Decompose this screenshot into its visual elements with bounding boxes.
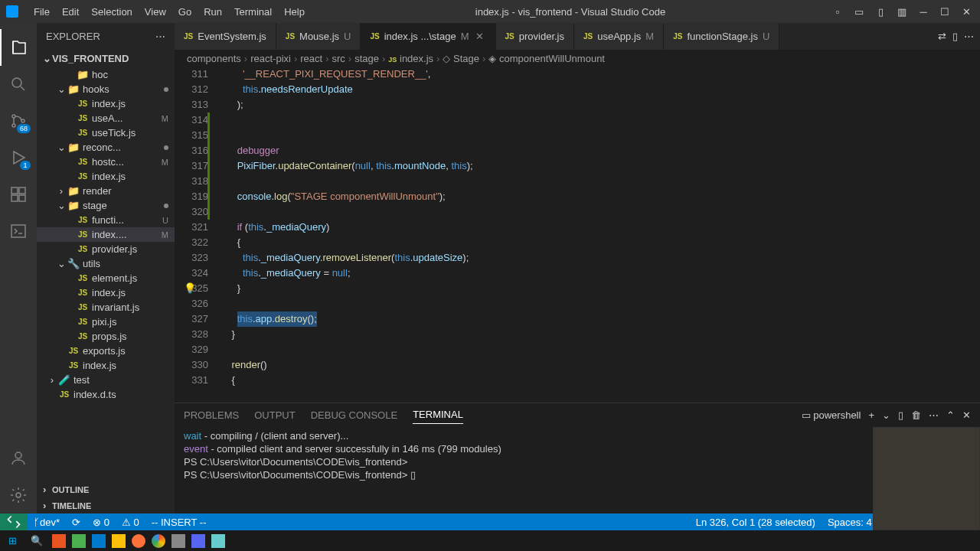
menu-go[interactable]: Go — [172, 3, 198, 21]
menu-view[interactable]: View — [139, 3, 172, 21]
taskbar-app-icon[interactable] — [211, 534, 225, 548]
remote-indicator[interactable] — [0, 514, 28, 530]
taskbar-explorer-icon[interactable] — [112, 534, 126, 548]
taskbar-app-icon[interactable] — [191, 534, 205, 548]
tree-file[interactable]: JSuseA...M — [37, 111, 175, 126]
tree-folder[interactable]: ⌄📁hooks — [37, 82, 175, 96]
git-sync[interactable]: ⟳ — [66, 514, 87, 530]
tree-file[interactable]: JSprovider.js — [37, 242, 175, 256]
split-icon[interactable]: ▯ — [952, 31, 958, 42]
tree-file[interactable]: JSindex.js — [37, 358, 175, 373]
menu-selection[interactable]: Selection — [85, 3, 138, 21]
panel-tab-output[interactable]: OUTPUT — [254, 406, 295, 424]
maximize-button[interactable]: ☐ — [937, 4, 952, 19]
settings-gear-icon[interactable] — [0, 477, 37, 514]
tree-file[interactable]: JSuseTick.js — [37, 126, 175, 140]
tree-file[interactable]: JSindex....M — [37, 227, 175, 242]
breadcrumb[interactable]: components›react-pixi›react›src›stage›JS… — [175, 50, 980, 67]
new-terminal-icon[interactable]: + — [868, 409, 874, 421]
git-branch[interactable]: ᚶ dev* — [28, 514, 66, 530]
editor-tab[interactable]: JSuseApp.jsM — [574, 23, 664, 50]
editor-tab[interactable]: JSindex.js ...\stageM✕ — [361, 23, 495, 50]
terminal-panel-icon[interactable] — [0, 213, 37, 249]
tree-folder[interactable]: 📁hoc — [37, 67, 175, 82]
taskbar-chrome-icon[interactable] — [152, 534, 165, 548]
run-debug-icon[interactable]: 1 — [0, 139, 37, 176]
panel-tab-terminal[interactable]: TERMINAL — [413, 406, 463, 424]
kill-terminal-icon[interactable]: 🗑 — [911, 409, 921, 421]
layout-customize-icon[interactable]: ▥ — [894, 4, 910, 19]
panel-tab-problems[interactable]: PROBLEMS — [184, 406, 239, 424]
menu-run[interactable]: Run — [198, 3, 228, 21]
menu-terminal[interactable]: Terminal — [228, 3, 278, 21]
svg-rect-6 — [11, 195, 18, 201]
tree-file[interactable]: JSexports.js — [37, 344, 175, 358]
tree-file[interactable]: JSelement.js — [37, 271, 175, 285]
tree-folder[interactable]: ›🧪test — [37, 373, 175, 387]
layout-panel-icon[interactable]: ▭ — [851, 4, 867, 19]
tree-file[interactable]: JSpixi.js — [37, 315, 175, 329]
errors-count[interactable]: ⊗ 0 — [87, 514, 116, 530]
tree-file[interactable]: JSfuncti...U — [37, 213, 175, 227]
shell-select[interactable]: ▭ powershell — [802, 409, 861, 421]
editor-tab[interactable]: JSEventSystem.js — [175, 23, 276, 50]
taskbar-app-icon[interactable] — [72, 534, 86, 548]
close-panel-icon[interactable]: ✕ — [962, 409, 971, 421]
more-terminal-icon[interactable]: ⋯ — [929, 409, 939, 421]
svg-point-2 — [12, 124, 15, 127]
menu-edit[interactable]: Edit — [56, 3, 85, 21]
layout-icon[interactable]: ▫ — [830, 4, 845, 19]
section-timeline[interactable]: ›TIMELINE — [37, 497, 175, 514]
tree-file[interactable]: JSindex.d.ts — [37, 387, 175, 402]
file-tree: 📁hoc⌄📁hooksJSindex.jsJSuseA...MJSuseTick… — [37, 67, 175, 481]
accounts-icon[interactable] — [0, 440, 37, 477]
tree-file[interactable]: JSinvariant.js — [37, 300, 175, 315]
terminal-content[interactable]: wait - compiling / (client and server)..… — [175, 426, 980, 514]
more-actions-icon[interactable]: ⋯ — [964, 31, 974, 42]
editor-tab[interactable]: JSfunctionStage.jsU — [664, 23, 779, 50]
tree-file[interactable]: JSindex.js — [37, 285, 175, 300]
webcam-overlay — [873, 427, 980, 530]
tree-file[interactable]: JSindex.js — [37, 169, 175, 184]
indent-spaces[interactable]: Spaces: 4 — [822, 517, 878, 528]
code-editor[interactable]: 3113123133143153163173183193203213223233… — [175, 67, 980, 403]
panel-tab-debug-console[interactable]: DEBUG CONSOLE — [311, 406, 397, 424]
split-terminal-icon[interactable]: ▯ — [898, 409, 903, 421]
project-name[interactable]: VIS_FRONTEND — [52, 53, 129, 64]
menu-file[interactable]: File — [28, 3, 56, 21]
search-icon[interactable] — [0, 66, 37, 103]
section-outline[interactable]: ›OUTLINE — [37, 481, 175, 497]
taskbar-app-icon[interactable] — [172, 534, 185, 548]
source-control-icon[interactable]: 68 — [0, 103, 37, 139]
tree-file[interactable]: JSprops.js — [37, 329, 175, 344]
minimize-button[interactable]: ─ — [916, 4, 931, 19]
taskbar-app-icon[interactable] — [52, 534, 66, 548]
close-button[interactable]: ✕ — [959, 4, 974, 19]
bottom-panel: PROBLEMSOUTPUTDEBUG CONSOLETERMINAL▭ pow… — [175, 403, 980, 514]
menu-help[interactable]: Help — [278, 3, 311, 21]
cursor-position[interactable]: Ln 326, Col 1 (28 selected) — [690, 517, 822, 528]
extensions-icon[interactable] — [0, 176, 37, 213]
tree-folder[interactable]: ⌄🔧utils — [37, 256, 175, 271]
editor-area: JSEventSystem.jsJSMouse.jsUJSindex.js ..… — [175, 23, 980, 514]
editor-tab[interactable]: JSprovider.js — [496, 23, 574, 50]
terminal-dropdown-icon[interactable]: ⌄ — [882, 409, 890, 421]
tree-file[interactable]: JShostc...M — [37, 155, 175, 169]
tab-close-icon[interactable]: ✕ — [474, 31, 486, 42]
tree-file[interactable]: JSindex.js — [37, 96, 175, 111]
layout-sidebar-icon[interactable]: ▯ — [873, 4, 888, 19]
taskbar-search-icon[interactable]: 🔍 — [28, 533, 46, 549]
more-icon[interactable]: ⋯ — [155, 31, 165, 42]
maximize-panel-icon[interactable]: ⌃ — [946, 409, 955, 421]
tree-folder[interactable]: ›📁render — [37, 184, 175, 198]
vscode-logo-icon — [6, 5, 18, 18]
tree-folder[interactable]: ⌄📁stage — [37, 198, 175, 213]
compare-icon[interactable]: ⇄ — [938, 31, 946, 42]
taskbar-firefox-icon[interactable] — [132, 534, 145, 548]
explorer-icon[interactable] — [0, 29, 37, 66]
taskbar-vscode-icon[interactable] — [92, 534, 106, 548]
start-icon[interactable]: ⊞ — [3, 533, 21, 549]
editor-tab[interactable]: JSMouse.jsU — [276, 23, 361, 50]
warnings-count[interactable]: ⚠ 0 — [116, 514, 145, 530]
tree-folder[interactable]: ⌄📁reconc... — [37, 140, 175, 155]
